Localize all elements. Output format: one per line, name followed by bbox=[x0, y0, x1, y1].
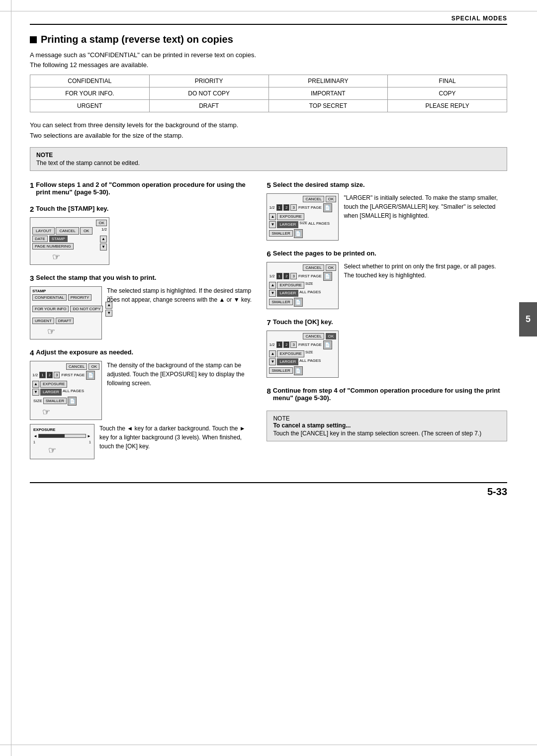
step-3-title: 3 Select the stamp that you wish to prin… bbox=[30, 274, 252, 282]
table-cell: PRELIMINARY bbox=[268, 75, 388, 87]
n2-s5: 2 bbox=[283, 204, 289, 211]
table-cell: PLEASE REPLY bbox=[388, 100, 507, 112]
step-5-desc: "LARGER" is initially selected. To make … bbox=[344, 193, 507, 220]
copy2-s5: 📄 bbox=[294, 229, 303, 238]
hand-icon-exp: ☞ bbox=[48, 445, 91, 456]
step-3-text: Select the stamp that you wish to print. bbox=[36, 274, 156, 281]
steps-right-col: 5 Select the desired stamp size. CANCEL … bbox=[267, 181, 507, 472]
copy-s7: 📄 bbox=[323, 340, 332, 349]
steps-layout: 1 Follow steps 1 and 2 of "Common operat… bbox=[30, 181, 507, 472]
step-6-text: Select the pages to be printed on. bbox=[273, 250, 376, 257]
step-4-title: 4 Adjust the exposure as needed. bbox=[30, 348, 252, 357]
priority-btn: PRIORITY bbox=[68, 294, 92, 301]
size-s5: SIZE bbox=[299, 221, 307, 228]
exposure-s6: EXPOSURE bbox=[277, 282, 304, 289]
note-text-2: Touch the [CANCEL] key in the stamp sele… bbox=[273, 430, 501, 437]
copy2-icon-s4: 📄 bbox=[68, 397, 77, 406]
step2-buttons: DATE STAMP PAGE NUMBERING bbox=[32, 236, 98, 251]
exposure-bar-row: ◄ ► bbox=[33, 434, 91, 438]
step-3-number: 3 bbox=[30, 274, 34, 282]
step-7-text: Touch the [OK] key. bbox=[273, 318, 333, 326]
step-2-title: 2 Touch the [STAMP] key. bbox=[30, 205, 252, 213]
section-title: Printing a stamp (reverse text) on copie… bbox=[30, 34, 507, 45]
nav-down-s6: ▼ bbox=[269, 290, 276, 297]
step5-device: CANCEL OK 1/2 1 2 3 FIRST PAGE bbox=[267, 193, 339, 241]
copy-icon-s4: 📄 bbox=[86, 371, 95, 380]
header-title: SPECIAL MODES bbox=[451, 15, 507, 22]
note-box-2: NOTE To cancel a stamp setting... Touch … bbox=[267, 411, 507, 441]
darker-arrow: ◄ bbox=[33, 434, 37, 438]
cancel-s7: CANCEL bbox=[303, 333, 324, 339]
info-line2: Two selections are available for the siz… bbox=[30, 131, 507, 141]
page-number: 5-33 bbox=[487, 486, 507, 498]
step-6-content: CANCEL OK 1/2 1 2 3 FIRST PAGE bbox=[267, 262, 507, 309]
table-cell: DO NOT COPY bbox=[149, 87, 268, 100]
step-7-number: 7 bbox=[267, 318, 270, 327]
step6-device: CANCEL OK 1/2 1 2 3 FIRST PAGE bbox=[267, 262, 339, 309]
nav-down-s5: ▼ bbox=[269, 221, 276, 228]
step3-main: CONFIDENTIAL PRIORITY 1/2 FOR YOUR INFO … bbox=[32, 294, 99, 325]
first-page-s6: FIRST PAGE bbox=[298, 274, 322, 278]
step-2-text: Touch the [STAMP] key. bbox=[36, 205, 108, 212]
step-8: 8 Continue from step 4 of "Common operat… bbox=[267, 387, 507, 402]
larger-s5: LARGER bbox=[277, 221, 298, 228]
ok-s5: OK bbox=[326, 196, 337, 202]
note-bold-text: To cancel a stamp setting... bbox=[273, 422, 501, 429]
larger-s7: LARGER bbox=[277, 358, 298, 365]
note-label-1: NOTE bbox=[36, 152, 501, 159]
nav-down-s3: ▼ bbox=[105, 310, 112, 317]
ok-s7: OK bbox=[326, 333, 337, 339]
step-5-text: Select the desired stamp size. bbox=[273, 181, 365, 188]
first-page-s4: FIRST PAGE bbox=[61, 373, 85, 377]
step3-device: STAMP CONFIDENTIAL PRIORITY 1/2 bbox=[30, 286, 102, 339]
n1-s7: 1 bbox=[276, 341, 282, 348]
ok-s4: OK bbox=[89, 363, 99, 370]
step-4-exposure-row: EXPOSURE ◄ ► 1 1 ☞ bbox=[30, 424, 252, 463]
nav-up-s6: ▲ bbox=[269, 282, 276, 289]
step-6-mockup: CANCEL OK 1/2 1 2 3 FIRST PAGE bbox=[267, 262, 339, 309]
smaller-s7: SMALLER bbox=[269, 367, 292, 374]
step-2: 2 Touch the [STAMP] key. OK LAYOUT CANCE… bbox=[30, 205, 252, 265]
step-4-text: Adjust the exposure as needed. bbox=[36, 348, 133, 356]
exposure-s4: EXPOSURE bbox=[40, 381, 67, 388]
step3-buttons: CONFIDENTIAL PRIORITY 1/2 FOR YOUR INFO … bbox=[32, 294, 112, 325]
table-cell: IMPORTANT bbox=[268, 87, 388, 100]
exposure-device: EXPOSURE ◄ ► 1 1 ☞ bbox=[30, 424, 94, 459]
step-7-mockup: CANCEL OK 1/2 1 2 3 FIRST PAGE 📄 bbox=[267, 331, 507, 378]
step-3-desc: The selected stamp is highlighted. If th… bbox=[107, 286, 252, 304]
step-2-number: 2 bbox=[30, 205, 34, 213]
step2-nav: ▲ ▼ bbox=[100, 236, 107, 251]
cancel-s4: CANCEL bbox=[66, 363, 87, 370]
n2-s6: 2 bbox=[283, 273, 289, 279]
copy-s6: 📄 bbox=[323, 272, 332, 281]
date-btn: DATE bbox=[32, 236, 48, 242]
size-s4: SIZE bbox=[33, 399, 42, 403]
frac-s5: 1/2 bbox=[269, 205, 274, 210]
hand-icon-s4: ☞ bbox=[42, 407, 99, 418]
step-6-number: 6 bbox=[267, 250, 270, 258]
intro-line2: The following 12 messages are available. bbox=[30, 60, 507, 70]
step-4-number: 4 bbox=[30, 348, 34, 357]
nav-up-s5: ▲ bbox=[269, 213, 276, 220]
page-numbering-btn: PAGE NUMBERING bbox=[32, 243, 74, 250]
step-4-mockup: CANCEL OK 1/2 1 2 3 bbox=[30, 361, 102, 420]
frac-s7: 1/2 bbox=[269, 342, 274, 347]
hand-icon-s3: ☞ bbox=[47, 326, 99, 337]
nav-down-s7: ▼ bbox=[269, 358, 276, 365]
exposure-bar bbox=[38, 434, 86, 438]
page-header: SPECIAL MODES bbox=[30, 15, 507, 25]
draft-btn: DRAFT bbox=[56, 318, 74, 324]
lighter-label: 1 bbox=[89, 440, 91, 444]
n2-s7: 2 bbox=[283, 341, 289, 348]
cancel-s6: CANCEL bbox=[303, 264, 324, 271]
copy-s5: 📄 bbox=[323, 203, 332, 212]
n3-s6: 3 bbox=[290, 273, 296, 279]
steps-left-col: 1 Follow steps 1 and 2 of "Common operat… bbox=[30, 181, 252, 472]
do-not-copy-btn: DO NOT COPY bbox=[70, 306, 103, 312]
step-4: 4 Adjust the exposure as needed. CANCEL … bbox=[30, 348, 252, 463]
step-8-title: 8 Continue from step 4 of "Common operat… bbox=[267, 387, 507, 402]
note-text-1: The text of the stamp cannot be edited. bbox=[36, 160, 501, 167]
side-tab: 5 bbox=[519, 302, 537, 336]
step-6-desc: Select whether to print on only the firs… bbox=[344, 262, 507, 280]
confidential-btn: CONFIDENTIAL bbox=[32, 294, 67, 301]
